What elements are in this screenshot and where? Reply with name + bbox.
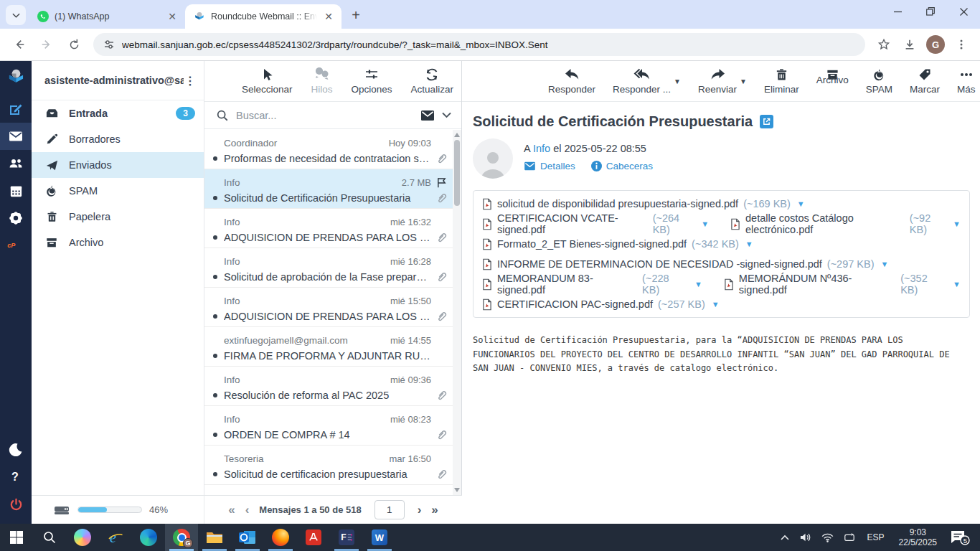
start-button[interactable] [0,524,33,551]
cpanel-icon[interactable]: cP [0,232,32,259]
mark-button[interactable]: Marcar [910,67,940,95]
firefox-icon[interactable] [264,524,297,551]
chrome-icon[interactable]: G [165,524,198,551]
window-close-button[interactable] [947,0,980,23]
message-row[interactable]: Infomié 09:36 Resolución de reforma al P… [204,367,453,406]
search-input[interactable] [236,110,413,121]
message-row[interactable]: Tesoreriamar 16:50 Solicitud de certific… [204,446,453,485]
message-row[interactable]: Infomié 15:50 ADQUISICION DE PRENDAS PAR… [204,288,453,327]
message-row-selected[interactable]: Info2.7 MB Solicitud de Certificación Pr… [204,169,453,209]
attachment-menu-caret-icon[interactable]: ▼ [796,199,805,208]
taskbar-clock[interactable]: 9:03 22/5/2025 [893,527,943,547]
volume-icon[interactable] [797,532,816,542]
last-page-button[interactable]: » [431,504,438,516]
list-scrollbar[interactable] [453,130,461,495]
previous-page-button[interactable]: ‹ [245,504,250,516]
threads-button[interactable]: Hilos [311,67,333,95]
scrollbar-thumb[interactable] [454,140,460,206]
language-indicator[interactable]: ESP [862,532,890,542]
attachment-menu-caret-icon[interactable]: ▼ [951,280,961,288]
attachment-name[interactable]: solicitud de disponibilidad presupuestar… [497,198,738,209]
folder-inbox[interactable]: Entrada 3 [32,100,204,126]
reply-button[interactable]: Responder [548,67,595,95]
logout-power-icon[interactable] [0,491,32,518]
attachment-item[interactable]: CERTIFICACION VCATE-signed.pdf (~264 KB)… [482,212,709,235]
attachment-item[interactable]: CERTIFICACION PAC-signed.pdf (~257 KB) ▼ [482,298,720,311]
attachment-item[interactable]: Formato_2_ET Bienes-signed-signed.pdf (~… [482,238,753,250]
tab-close-icon[interactable]: ✕ [323,11,334,22]
window-minimize-button[interactable] [881,0,914,23]
select-button[interactable]: Seleccionar [242,67,293,95]
attachment-name[interactable]: MEMORANDUM 83-signed.pdf [497,273,637,296]
details-link[interactable]: Detalles [524,161,575,171]
more-button[interactable]: Más [957,67,976,95]
refresh-button[interactable]: Actualizar [411,67,453,95]
folder-archive[interactable]: Archivo [32,230,204,255]
calendar-nav-button[interactable] [0,177,32,204]
attachment-item[interactable]: INFORME DE DETERMINACION DE NECESIDAD -s… [482,258,888,270]
attachment-menu-caret-icon[interactable]: ▼ [693,280,702,288]
browser-menu-icon[interactable] [950,33,973,56]
message-row[interactable]: extinfuegojamell@gmail.commié 14:55 FIRM… [204,327,453,367]
attachment-menu-caret-icon[interactable]: ▼ [951,220,961,228]
dark-mode-icon[interactable] [0,436,32,463]
downloads-icon[interactable] [898,33,921,56]
edge-icon[interactable] [132,524,165,551]
attachment-name[interactable]: Formato_2_ET Bienes-signed-signed.pdf [497,238,687,250]
new-tab-button[interactable]: + [346,5,366,25]
folder-drafts[interactable]: Borradores [32,126,204,152]
attachment-name[interactable]: detalle costos Catálogo electrónico.pdf [745,212,905,235]
forward-button[interactable] [34,32,59,57]
message-row[interactable]: Infomié 16:28 Solicitud de aprobación de… [204,248,453,288]
wifi-icon[interactable] [819,533,837,542]
window-restore-button[interactable] [914,0,947,23]
reply-all-menu-caret-icon[interactable]: ▼ [674,77,681,95]
attachment-name[interactable]: INFORME DE DETERMINACION DE NECESIDAD -s… [497,258,822,270]
attachment-name[interactable]: CERTIFICACION PAC-signed.pdf [497,298,653,310]
tab-roundcube[interactable]: Roundcube Webmail :: Enviados ✕ [185,4,341,29]
settings-nav-button[interactable] [0,204,32,232]
account-menu-icon[interactable]: ⋮ [184,74,197,88]
contacts-nav-button[interactable] [0,150,32,177]
tab-search-button[interactable] [6,5,26,25]
tray-chevron-icon[interactable] [776,534,794,540]
forward-button[interactable]: Reenviar [698,67,737,95]
options-button[interactable]: Opciones [352,67,392,95]
compose-button[interactable] [0,95,32,123]
attachment-menu-caret-icon[interactable]: ▼ [710,300,720,309]
attachment-menu-caret-icon[interactable]: ▼ [699,220,709,228]
help-icon[interactable]: ? [0,463,32,491]
headers-link[interactable]: Cabeceras [591,161,653,171]
app-f-icon[interactable]: F [330,524,363,551]
attachment-menu-caret-icon[interactable]: ▼ [880,260,889,268]
message-row[interactable]: Infomié 08:23 ORDEN DE COMPRA # 14 [204,406,453,446]
scroll-up-icon[interactable] [454,133,460,137]
internet-explorer-icon[interactable]: e [99,524,132,551]
scroll-down-icon[interactable] [454,488,460,492]
attachment-item[interactable]: MEMORANDUM 83-signed.pdf (~228 KB) ▼ [482,273,702,296]
screen-cast-icon[interactable] [840,532,859,542]
next-page-button[interactable]: › [418,504,422,516]
mail-nav-button[interactable] [0,123,32,150]
message-row[interactable]: Infomié 16:32 ADQUISICION DE PRENDAS PAR… [204,209,453,248]
profile-avatar[interactable]: G [924,33,947,56]
recipient-link[interactable]: Info [533,143,550,154]
tab-whatsapp[interactable]: (1) WhatsApp ✕ [29,4,185,29]
delete-button[interactable]: Eliminar [764,67,799,95]
archive-button[interactable]: Archivo [816,67,849,85]
page-number-input[interactable] [374,500,405,519]
attachment-menu-caret-icon[interactable]: ▼ [744,240,753,248]
folder-trash[interactable]: Papelera [32,204,204,230]
outlook-icon[interactable] [231,524,264,551]
attachment-item[interactable]: solicitud de disponibilidad presupuestar… [482,198,805,210]
forward-menu-caret-icon[interactable]: ▼ [740,77,747,95]
search-options-chevron-icon[interactable] [442,112,451,118]
acrobat-icon[interactable] [297,524,330,551]
reload-button[interactable] [62,32,86,57]
word-icon[interactable]: W [363,524,396,551]
search-bar[interactable] [204,102,461,129]
account-row[interactable]: asistente-administrativo@sa... ⋮ [32,61,204,100]
bookmark-star-icon[interactable] [872,33,895,56]
file-explorer-icon[interactable] [198,524,231,551]
tab-close-icon[interactable]: ✕ [166,11,178,22]
